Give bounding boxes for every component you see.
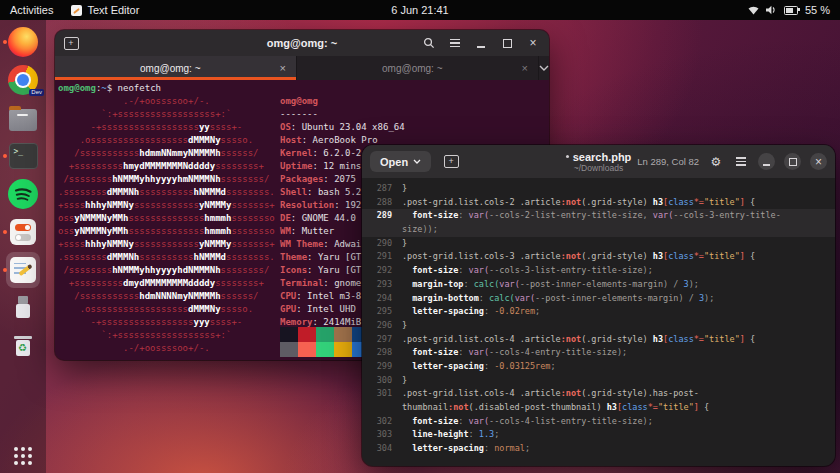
new-tab-icon: +	[64, 37, 79, 50]
dock-item-spotify[interactable]	[3, 175, 43, 213]
minimize-button[interactable]	[473, 35, 489, 51]
line-number: 298	[362, 346, 402, 360]
minimize-button[interactable]	[758, 153, 775, 170]
code-line[interactable]: thumbnail:not(.disabled-post-thumbnail) …	[362, 401, 835, 415]
code-line[interactable]: 296}	[362, 319, 835, 333]
code-line[interactable]: 304 letter-spacing: normal;	[362, 442, 835, 456]
toggle-on-glyph	[15, 224, 31, 231]
editor-headerbar[interactable]: Open + search.php ~/Downloads Ln 289, Co…	[362, 145, 835, 178]
tab-overview-button[interactable]	[539, 56, 549, 80]
line-number: 293	[362, 278, 402, 292]
code-line[interactable]: 287}	[362, 182, 835, 196]
trash-icon: ♻	[13, 334, 33, 358]
maximize-button[interactable]	[499, 35, 515, 51]
code-line[interactable]: size));	[362, 223, 835, 237]
code-line[interactable]: 300}	[362, 374, 835, 388]
app-grid-button[interactable]	[14, 447, 32, 465]
tab-close-button[interactable]: ×	[520, 62, 530, 74]
code-text: margin-bottom: calc(var(--post-inner-ele…	[402, 292, 714, 306]
chevron-down-icon	[539, 65, 549, 71]
code-text: margin-top: calc(var(--post-inner-elemen…	[402, 278, 699, 292]
dock-item-terminal[interactable]	[3, 137, 43, 175]
settings-button[interactable]: ⚙	[708, 154, 724, 170]
code-line[interactable]: 294 margin-bottom: calc(var(--post-inner…	[362, 292, 835, 306]
tab-label: omg@omg: ~	[305, 63, 520, 74]
code-line[interactable]: 303 line-height: 1.3;	[362, 428, 835, 442]
running-indicator	[3, 268, 7, 272]
line-number	[362, 401, 402, 415]
spotify-icon	[8, 179, 38, 209]
code-line[interactable]: 301.post-grid.list.cols-4 .article:not(.…	[362, 387, 835, 401]
code-text: .post-grid.list.cols-3 .article:not(.gri…	[402, 250, 755, 264]
dock-item-text-editor[interactable]	[3, 251, 43, 289]
code-editor[interactable]: 287}288.post-grid.list.cols-2 .article:n…	[362, 178, 835, 466]
activities-button[interactable]: Activities	[10, 0, 53, 20]
code-line[interactable]: 298 font-size: var(--cols-4-entry-title-…	[362, 346, 835, 360]
maximize-button[interactable]	[784, 153, 801, 170]
line-number: 301	[362, 387, 402, 401]
line-number: 290	[362, 237, 402, 251]
code-line[interactable]: 292 font-size: var(--cols-3-list-entry-t…	[362, 264, 835, 278]
running-indicator	[3, 154, 7, 158]
code-line[interactable]: 291.post-grid.list.cols-3 .article:not(.…	[362, 250, 835, 264]
volume-icon	[766, 5, 777, 15]
code-text: letter-spacing: normal;	[402, 442, 530, 456]
code-text: .post-grid.list.cols-2 .article:not(.gri…	[402, 196, 755, 210]
terminal-tab[interactable]: omg@omg: ~×	[297, 56, 539, 80]
search-button[interactable]	[421, 35, 437, 51]
close-button[interactable]: ×	[810, 153, 827, 170]
dock-item-chrome-dev[interactable]: Dev	[3, 61, 43, 99]
files-icon	[9, 109, 37, 131]
terminal-tab[interactable]: omg@omg: ~×	[55, 56, 297, 80]
minimize-icon	[477, 46, 485, 48]
code-line[interactable]: 290}	[362, 237, 835, 251]
top-bar: Activities Text Editor 6 Jun 21:41 55 %	[0, 0, 840, 20]
hamburger-icon	[450, 39, 460, 48]
menu-button[interactable]	[447, 35, 463, 51]
usb-drive-icon	[14, 295, 32, 321]
new-document-button[interactable]: +	[443, 154, 459, 170]
code-text: letter-spacing: -0.03125rem;	[402, 360, 556, 374]
menu-button[interactable]	[733, 154, 749, 170]
terminal-headerbar[interactable]: + omg@omg: ~ ×	[55, 30, 549, 56]
text-editor-window: Open + search.php ~/Downloads Ln 289, Co…	[362, 145, 835, 466]
shell-prompt: omg@omg:~$ neofetch	[58, 82, 549, 95]
running-indicator	[3, 40, 7, 44]
text-editor-icon	[10, 257, 36, 283]
line-number: 304	[362, 442, 402, 456]
dock-item-files[interactable]	[3, 99, 43, 137]
line-number: 289	[362, 209, 402, 223]
code-line[interactable]: 293 margin-top: calc(var(--post-inner-el…	[362, 278, 835, 292]
code-text: font-size: var(--cols-3-list-entry-title…	[402, 264, 653, 278]
code-text: }	[402, 319, 407, 333]
maximize-icon	[503, 39, 512, 48]
code-line[interactable]: 289 font-size: var(--cols-2-list-entry-t…	[362, 209, 835, 223]
tab-label: omg@omg: ~	[63, 63, 278, 74]
gear-icon: ⚙	[711, 156, 722, 168]
code-text: thumbnail:not(.disabled-post-thumbnail) …	[402, 401, 709, 415]
battery-icon	[784, 6, 798, 15]
minimize-icon	[763, 164, 770, 166]
line-number: 297	[362, 333, 402, 347]
cursor-position[interactable]: Ln 289, Col 82	[637, 156, 699, 167]
new-tab-button[interactable]: +	[63, 35, 79, 51]
open-button[interactable]: Open	[370, 151, 431, 172]
dock-item-toggles-settings[interactable]	[3, 213, 43, 251]
code-line[interactable]: 288.post-grid.list.cols-2 .article:not(.…	[362, 196, 835, 210]
dock-item-trash[interactable]: ♻	[3, 327, 43, 365]
code-line[interactable]: 295 letter-spacing: -0.02rem;	[362, 305, 835, 319]
terminal-tab-bar: omg@omg: ~×omg@omg: ~×	[55, 56, 549, 80]
code-text: letter-spacing: -0.02rem;	[402, 305, 540, 319]
code-text: font-size: var(--cols-4-list-entry-title…	[402, 415, 653, 429]
code-text: .post-grid.list.cols-4 .article:not(.gri…	[402, 333, 755, 347]
code-line[interactable]: 299 letter-spacing: -0.03125rem;	[362, 360, 835, 374]
code-line[interactable]: 302 font-size: var(--cols-4-list-entry-t…	[362, 415, 835, 429]
system-status-area[interactable]: 55 %	[748, 4, 840, 16]
tab-close-button[interactable]: ×	[278, 62, 288, 74]
code-line[interactable]: 297.post-grid.list.cols-4 .article:not(.…	[362, 333, 835, 347]
code-text: font-size: var(--cols-2-list-entry-title…	[402, 209, 781, 223]
close-button[interactable]: ×	[525, 35, 541, 51]
dock-item-usb-drive[interactable]	[3, 289, 43, 327]
dock-item-firefox[interactable]	[3, 23, 43, 61]
focused-app-menu[interactable]: Text Editor	[71, 0, 139, 20]
